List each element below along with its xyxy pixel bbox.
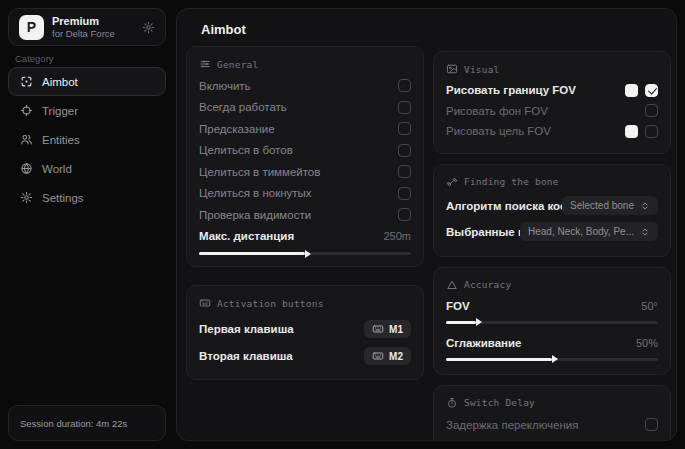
smoothing-slider[interactable]	[446, 358, 658, 361]
category-label: Category	[15, 53, 54, 64]
keybind-value: M2	[389, 351, 403, 362]
dropdown-value: Head, Neck, Body, Pe...	[528, 226, 634, 237]
triangle-icon	[446, 279, 458, 291]
keyboard-icon	[372, 323, 384, 335]
stopwatch-icon	[446, 397, 458, 409]
toggle-row: Целиться в ботов	[199, 140, 411, 162]
accuracy-card: Accuracy FOV 50° Сглаживание 50%	[433, 267, 671, 375]
color-swatch[interactable]	[625, 125, 638, 138]
keybind-button[interactable]: M1	[364, 320, 411, 338]
toggle-label: Целиться в нокнутых	[199, 187, 312, 199]
fov-slider-group: FOV 50°	[446, 296, 658, 324]
switch-delay-slider-group: Задержка переключения (мс) 1000 ms	[446, 436, 658, 442]
sidebar-item-label: Trigger	[42, 105, 78, 117]
bone-algorithm-dropdown[interactable]: Selected bone	[562, 196, 658, 215]
checkbox[interactable]	[398, 165, 411, 178]
slider-fill	[199, 252, 305, 255]
checkbox[interactable]	[398, 122, 411, 135]
toggle-label: Целиться в тиммейтов	[199, 166, 320, 178]
keybind-button[interactable]: M2	[364, 347, 411, 365]
slider-value: 50°	[641, 300, 658, 312]
toggle-label: Целиться в ботов	[199, 144, 293, 156]
finding-bone-card: Finding the bone Алгоритм поиска кост Se…	[433, 164, 671, 257]
card-title: Accuracy	[464, 279, 511, 290]
keybind-row: Вторая клавиша M2	[199, 344, 411, 368]
toggle-label: Проверка видимости	[199, 209, 311, 221]
card-title: Visual	[464, 64, 500, 75]
sidebar-item-settings[interactable]: Settings	[8, 183, 166, 212]
bone-algorithm-row: Алгоритм поиска кост Selected bone	[446, 193, 658, 219]
color-swatch[interactable]	[625, 84, 638, 97]
slider-label: Макс. дистанция	[199, 230, 294, 242]
visual-label: Рисовать фон FOV	[446, 105, 548, 117]
sidebar-item-world[interactable]: World	[8, 154, 166, 183]
toggle-row: Целиться в тиммейтов	[199, 161, 411, 183]
slider-value: 1000 ms	[616, 440, 658, 442]
sidebar-item-label: Settings	[42, 192, 84, 204]
max-distance-slider[interactable]	[199, 252, 411, 255]
slider-label: FOV	[446, 300, 470, 312]
visual-row: Рисовать границу FOV	[446, 80, 658, 101]
card-title: Switch Delay	[464, 397, 535, 408]
keyboard-icon	[372, 350, 384, 362]
checkbox[interactable]	[645, 418, 658, 431]
toggle-row: Проверка видимости	[199, 204, 411, 226]
sidebar-item-label: Aimbot	[42, 76, 78, 88]
dropdown-label: Алгоритм поиска кост	[446, 200, 568, 212]
dropdown-value: Selected bone	[570, 200, 634, 211]
toggle-row: Предсказание	[199, 118, 411, 140]
slider-value: 50%	[636, 337, 658, 349]
checkbox[interactable]	[398, 144, 411, 157]
keyboard-icon	[199, 297, 211, 309]
sidebar: P Premium for Delta Force Category Aimbo…	[0, 0, 176, 449]
toggle-label: Всегда работать	[199, 101, 287, 113]
sliders-icon	[199, 58, 211, 70]
selected-bones-dropdown[interactable]: Head, Neck, Body, Pe...	[520, 222, 658, 241]
checkbox[interactable]	[398, 187, 411, 200]
slider-label: Задержка переключения (мс)	[446, 440, 612, 442]
toggle-row: Включить	[199, 75, 411, 97]
session-duration-text: Session duration: 4m 22s	[20, 418, 127, 429]
sidebar-nav: Aimbot Trigger Entities World Settings	[8, 67, 166, 212]
sidebar-item-trigger[interactable]: Trigger	[8, 96, 166, 125]
page-title: Aimbot	[201, 22, 246, 37]
visual-row: Рисовать цель FOV	[446, 121, 658, 142]
checkbox[interactable]	[398, 101, 411, 114]
toggle-row: Задержка переключения	[446, 414, 658, 436]
smoothing-slider-group: Сглаживание 50%	[446, 333, 658, 361]
checkbox[interactable]	[398, 208, 411, 221]
unfold-icon	[640, 201, 650, 211]
sidebar-item-entities[interactable]: Entities	[8, 125, 166, 154]
checkbox[interactable]	[398, 79, 411, 92]
toggle-label: Включить	[199, 80, 251, 92]
image-icon	[446, 63, 458, 75]
selected-bones-row: Выбранные кос Head, Neck, Body, Pe...	[446, 219, 658, 245]
right-column: Visual Рисовать границу FOV Рисовать фон…	[433, 51, 671, 441]
app-logo: P	[19, 15, 44, 40]
gear-icon[interactable]	[142, 21, 155, 34]
checkbox[interactable]	[645, 104, 658, 117]
keybind-label: Первая клавиша	[199, 323, 294, 335]
keybind-label: Вторая клавиша	[199, 350, 293, 362]
visual-label: Рисовать границу FOV	[446, 84, 576, 96]
fov-slider[interactable]	[446, 321, 658, 324]
slider-value: 250m	[383, 230, 411, 242]
brand-title: Premium	[52, 15, 115, 28]
card-title: General	[217, 59, 258, 70]
visual-card: Visual Рисовать границу FOV Рисовать фон…	[433, 51, 671, 154]
card-title: Activation buttons	[217, 298, 324, 309]
slider-fill	[446, 358, 552, 361]
left-column: General Включить Всегда работать Предска…	[186, 46, 424, 398]
dropdown-label: Выбранные кос	[446, 226, 526, 238]
brand-subtitle: for Delta Force	[52, 28, 115, 39]
sidebar-item-label: Entities	[42, 134, 80, 146]
toggle-row: Всегда работать	[199, 97, 411, 119]
card-title: Finding the bone	[464, 176, 559, 187]
sidebar-item-aimbot[interactable]: Aimbot	[8, 67, 166, 96]
general-card: General Включить Всегда работать Предска…	[186, 46, 424, 267]
checkbox[interactable]	[645, 84, 658, 97]
switch-delay-card: Switch Delay Задержка переключения Задер…	[433, 385, 671, 442]
brand-card: P Premium for Delta Force	[8, 8, 166, 46]
checkbox[interactable]	[645, 125, 658, 138]
unfold-icon	[640, 227, 650, 237]
